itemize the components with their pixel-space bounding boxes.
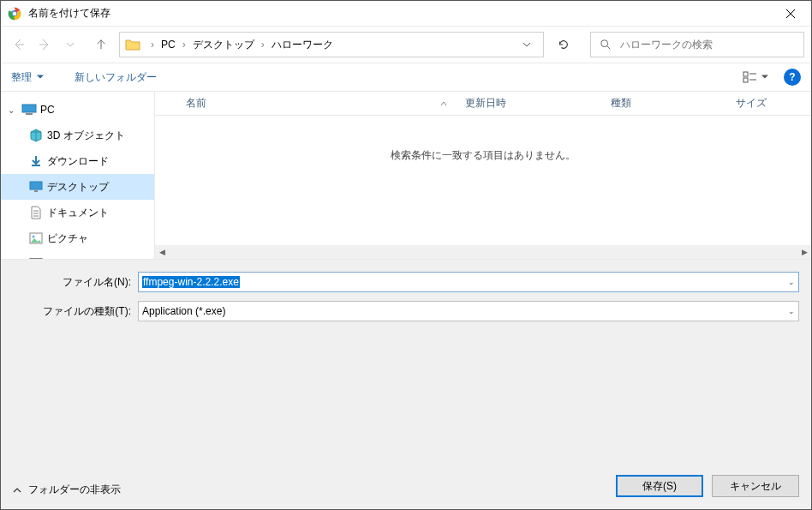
chevron-down-icon[interactable]: ⌄ [788, 278, 795, 286]
chevron-right-icon[interactable]: › [256, 39, 270, 51]
breadcrumb-dropdown[interactable] [514, 40, 540, 49]
new-folder-button[interactable]: 新しいフォルダー [75, 70, 157, 85]
tree-pictures[interactable]: ピクチャ [1, 225, 154, 251]
file-list: 名前 更新日時 種類 サイズ 検索条件に一致する項目はありません。 ◀ ▶ [155, 92, 811, 259]
svg-point-8 [601, 40, 608, 47]
filename-input[interactable]: ffmpeg-win-2.2.2.exe ⌄ [138, 272, 799, 292]
view-options[interactable] [737, 71, 773, 83]
forward-button[interactable] [33, 33, 56, 56]
svg-rect-17 [34, 190, 38, 192]
svg-rect-11 [743, 78, 748, 82]
refresh-button[interactable] [547, 32, 580, 57]
hide-folders-button[interactable]: フォルダーの非表示 [13, 483, 121, 497]
window-title: 名前を付けて保存 [28, 6, 771, 21]
filetype-select[interactable]: Application (*.exe) ⌄ [138, 301, 799, 321]
filetype-label: ファイルの種類(T): [13, 304, 138, 319]
up-button[interactable] [90, 33, 112, 56]
back-button[interactable] [8, 33, 30, 56]
chevron-right-icon[interactable]: › [177, 39, 191, 51]
svg-rect-16 [30, 182, 42, 189]
scroll-left-icon[interactable]: ◀ [155, 245, 169, 259]
filename-label: ファイル名(N): [13, 275, 138, 290]
tree-downloads[interactable]: ダウンロード [1, 148, 154, 174]
column-headers: 名前 更新日時 種類 サイズ [155, 92, 811, 116]
chevron-down-icon[interactable]: ⌄ [8, 105, 18, 115]
tree-desktop[interactable]: デスクトップ [1, 174, 154, 200]
search-input[interactable]: ハローワークの検索 [590, 32, 804, 57]
svg-point-22 [33, 236, 35, 238]
folder-icon [125, 37, 140, 52]
fields-area: ファイル名(N): ffmpeg-win-2.2.2.exe ⌄ ファイルの種類… [1, 259, 811, 330]
column-type[interactable]: 種類 [611, 92, 736, 115]
recent-dropdown[interactable] [59, 33, 81, 56]
crumb-desktop[interactable]: デスクトップ [191, 38, 256, 52]
chrome-icon [8, 7, 21, 21]
chevron-right-icon[interactable]: › [146, 39, 159, 51]
chevron-down-icon[interactable]: ⌄ [788, 307, 795, 315]
column-size[interactable]: サイズ [736, 92, 811, 115]
column-name[interactable]: 名前 [186, 92, 465, 115]
empty-message: 検索条件に一致する項目はありません。 [155, 148, 811, 163]
tree-documents[interactable]: ドキュメント [1, 200, 154, 225]
svg-line-9 [607, 46, 611, 50]
sidebar[interactable]: ⌄ PC 3D オブジェクト ダウンロード デスクトップ ドキュメント ピクチャ… [1, 92, 155, 259]
organize-menu[interactable]: 整理 [11, 70, 44, 85]
main-area: ⌄ PC 3D オブジェクト ダウンロード デスクトップ ドキュメント ピクチャ… [1, 92, 811, 259]
footer: フォルダーの非表示 保存(S) キャンセル [1, 330, 811, 509]
save-button[interactable]: 保存(S) [616, 475, 703, 497]
video-icon [28, 258, 44, 259]
close-button[interactable] [771, 1, 810, 27]
svg-point-3 [13, 11, 17, 15]
pc-icon [21, 104, 37, 116]
tree-videos[interactable]: ビデオ [1, 251, 154, 259]
search-icon [600, 39, 612, 51]
tree-3d-objects[interactable]: 3D オブジェクト [1, 123, 154, 148]
svg-rect-15 [26, 113, 33, 115]
download-icon [28, 155, 44, 167]
svg-rect-14 [22, 105, 36, 112]
breadcrumb[interactable]: › PC › デスクトップ › ハローワーク [119, 32, 544, 57]
picture-icon [28, 232, 44, 244]
crumb-pc[interactable]: PC [159, 39, 177, 51]
crumb-hellowork[interactable]: ハローワーク [270, 38, 335, 52]
search-placeholder: ハローワークの検索 [620, 38, 713, 52]
navbar: › PC › デスクトップ › ハローワーク ハローワークの検索 [1, 27, 811, 63]
chevron-up-icon [13, 486, 21, 495]
titlebar: 名前を付けて保存 [1, 1, 811, 27]
scroll-right-icon[interactable]: ▶ [797, 245, 811, 259]
column-date[interactable]: 更新日時 [465, 92, 611, 115]
toolbar: 整理 新しいフォルダー ? [1, 63, 811, 92]
svg-rect-10 [743, 72, 748, 76]
tree-pc[interactable]: ⌄ PC [1, 97, 154, 123]
cancel-button[interactable]: キャンセル [712, 475, 799, 497]
help-button[interactable]: ? [784, 69, 801, 86]
desktop-icon [28, 181, 44, 193]
horizontal-scrollbar[interactable]: ◀ ▶ [155, 245, 811, 259]
cube-icon [28, 129, 44, 142]
document-icon [28, 206, 44, 219]
